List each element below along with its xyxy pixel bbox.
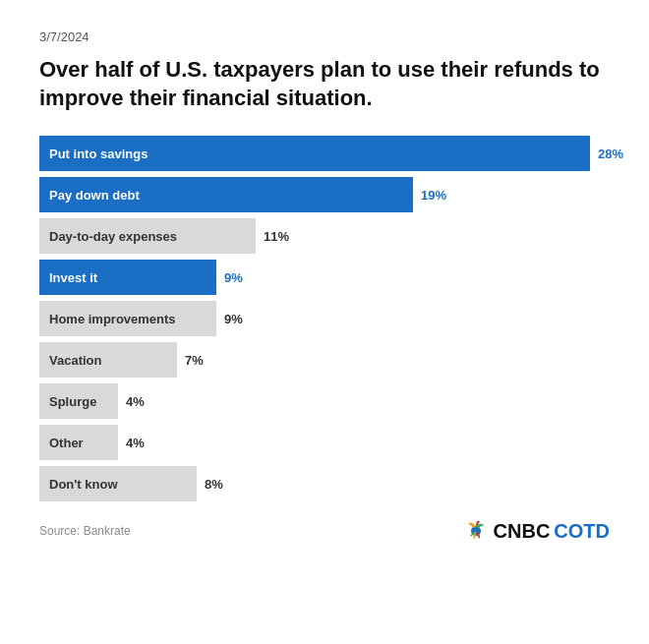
bar-fill: Home improvements: [39, 301, 216, 336]
bar-fill: Put into savings: [39, 136, 590, 171]
bar-row: Vacation7%: [39, 342, 610, 378]
bar-fill: Splurge: [39, 383, 118, 419]
bar-fill: Invest it: [39, 260, 216, 295]
bar-pct: 7%: [185, 353, 204, 368]
bar-label: Home improvements: [49, 312, 176, 326]
date-label: 3/7/2024: [39, 29, 610, 44]
bar-row: Don't know8%: [39, 466, 610, 501]
bar-fill: Pay down debt: [39, 177, 413, 212]
bar-label: Put into savings: [49, 146, 148, 161]
bar-label: Splurge: [49, 394, 96, 409]
bar-pct: 28%: [598, 146, 623, 161]
bar-row: Invest it9%: [39, 260, 610, 295]
cnbc-logo-icon: [462, 519, 490, 543]
bar-label: Pay down debt: [49, 188, 140, 203]
bar-label: Day-to-day expenses: [49, 229, 177, 244]
bar-pct: 4%: [126, 394, 145, 409]
bar-row: Day-to-day expenses11%: [39, 218, 610, 254]
bar-label: Don't know: [49, 477, 118, 492]
bar-fill: Vacation: [39, 342, 177, 378]
bar-label: Invest it: [49, 270, 97, 285]
bar-pct: 9%: [224, 312, 243, 326]
cnbc-text: CNBC: [494, 520, 551, 543]
bar-pct: 11%: [264, 229, 289, 244]
bar-row: Splurge4%: [39, 383, 610, 419]
chart-container: Put into savings28%Pay down debt19%Day-t…: [39, 136, 610, 501]
bar-pct: 4%: [126, 436, 145, 450]
bar-pct: 9%: [224, 270, 243, 285]
bar-pct: 19%: [421, 188, 446, 203]
bar-row: Other4%: [39, 425, 610, 460]
bar-row: Pay down debt19%: [39, 177, 610, 212]
bar-row: Home improvements9%: [39, 301, 610, 336]
cotd-text: COTD: [554, 520, 610, 543]
cnbc-logo: CNBCCOTD: [462, 519, 610, 543]
bar-label: Other: [49, 436, 84, 450]
bar-fill: Day-to-day expenses: [39, 218, 256, 254]
bar-label: Vacation: [49, 353, 101, 368]
bar-pct: 8%: [205, 477, 223, 492]
bar-fill: Don't know: [39, 466, 197, 501]
bar-row: Put into savings28%: [39, 136, 610, 171]
bar-fill: Other: [39, 425, 118, 460]
source-label: Source: Bankrate: [39, 524, 131, 538]
chart-title: Over half of U.S. taxpayers plan to use …: [39, 56, 610, 112]
